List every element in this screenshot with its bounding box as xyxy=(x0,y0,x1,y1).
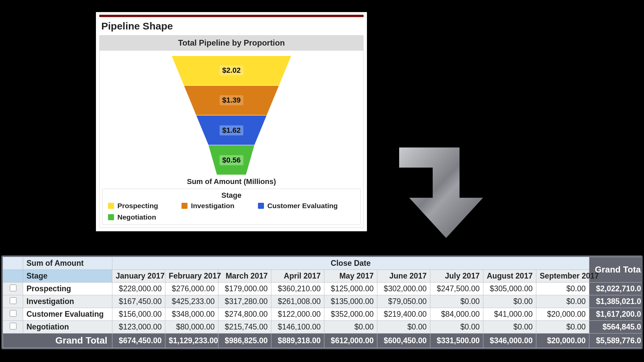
legend-label: Investigation xyxy=(191,202,234,210)
legend-swatch xyxy=(108,214,114,220)
legend-item[interactable]: Prospecting xyxy=(108,202,158,210)
pivot-cell[interactable]: $276,000.00 xyxy=(165,283,218,295)
pivot-column-header[interactable]: August 2017 xyxy=(483,270,536,283)
pivot-cell[interactable]: $215,745.00 xyxy=(218,321,271,334)
pivot-cell[interactable]: $0.00 xyxy=(324,321,377,334)
row-grand-total: $2,022,710.00 xyxy=(589,283,643,295)
row-header[interactable]: Investigation xyxy=(23,295,112,308)
pivot-column-header[interactable]: July 2017 xyxy=(430,270,483,283)
pivot-column-header[interactable]: February 2017 xyxy=(165,270,218,283)
pivot-cell[interactable]: $0.00 xyxy=(536,283,589,295)
chart-body: $2.02$1.39$1.62$0.56 Sum of Amount (Mill… xyxy=(100,51,363,228)
legend-item[interactable]: Customer Evaluating xyxy=(258,202,338,210)
row-grand-total: $1,617,200.00 xyxy=(589,308,643,321)
pivot-column-header[interactable]: May 2017 xyxy=(324,270,377,283)
pivot-cell[interactable]: $219,400.00 xyxy=(377,308,430,321)
report-title: Pipeline Shape xyxy=(101,20,362,32)
pivot-cell[interactable]: $261,008.00 xyxy=(271,295,324,308)
pivot-cell[interactable]: $0.00 xyxy=(483,321,536,334)
pivot-corner xyxy=(3,270,23,283)
pivot-cell[interactable]: $20,000.00 xyxy=(536,308,589,321)
legend-item[interactable]: Negotiation xyxy=(108,213,156,221)
pivot-cell[interactable]: $360,210.00 xyxy=(271,283,324,295)
grand-total-cell: $600,450.00 xyxy=(377,334,430,348)
table-row: Negotiation$123,000.00$80,000.00$215,745… xyxy=(3,321,643,334)
pivot-cell[interactable]: $41,000.00 xyxy=(483,308,536,321)
row-grand-total: $564,845.00 xyxy=(589,321,643,334)
legend-swatch xyxy=(258,203,264,209)
grand-total-cell: $889,318.00 xyxy=(271,334,324,348)
funnel-segment-label: $0.56 xyxy=(219,155,243,165)
grand-total-cell: $1,129,233.00 xyxy=(165,334,218,348)
row-checkbox[interactable] xyxy=(10,323,16,329)
pivot-column-header[interactable]: June 2017 xyxy=(377,270,430,283)
funnel-segment-label: $1.39 xyxy=(219,95,243,105)
funnel-segment-label: $1.62 xyxy=(219,125,243,135)
funnel-segment-label: $2.02 xyxy=(219,65,243,75)
pivot-cell[interactable]: $84,000.00 xyxy=(430,308,483,321)
pivot-cell[interactable]: $228,000.00 xyxy=(112,283,165,295)
pivot-table[interactable]: Sum of AmountClose DateGrand Total Stage… xyxy=(3,257,643,348)
row-header[interactable]: Negotiation xyxy=(23,321,112,334)
pivot-column-header[interactable]: September 2017 xyxy=(536,270,589,283)
grand-total-row: Grand Total$674,450.00$1,129,233.00$986,… xyxy=(3,334,643,348)
row-header[interactable]: Customer Evaluating xyxy=(23,308,112,321)
grand-total-cell: $331,500.00 xyxy=(430,334,483,348)
pivot-cell[interactable]: $80,000.00 xyxy=(165,321,218,334)
legend-items: ProspectingInvestigationCustomer Evaluat… xyxy=(108,202,355,221)
grand-total-cell: $674,450.00 xyxy=(112,334,165,348)
pivot-cell[interactable]: $125,000.00 xyxy=(324,283,377,295)
row-checkbox-cell xyxy=(3,321,23,334)
table-row: Investigation$167,450.00$425,233.00$317,… xyxy=(3,295,643,308)
legend-box: Stage ProspectingInvestigationCustomer E… xyxy=(102,189,361,225)
pivot-cell[interactable]: $348,000.00 xyxy=(165,308,218,321)
pivot-cell[interactable]: $305,000.00 xyxy=(483,283,536,295)
pivot-cell[interactable]: $79,050.00 xyxy=(377,295,430,308)
pivot-cell[interactable]: $122,000.00 xyxy=(271,308,324,321)
pivot-cell[interactable]: $425,233.00 xyxy=(165,295,218,308)
row-header[interactable]: Prospecting xyxy=(23,283,112,295)
legend-label: Prospecting xyxy=(117,202,158,210)
pivot-column-header[interactable]: April 2017 xyxy=(271,270,324,283)
pivot-measure-label: Sum of Amount xyxy=(23,257,112,270)
row-checkbox-cell xyxy=(3,283,23,295)
accent-bar xyxy=(99,15,364,17)
legend-swatch xyxy=(108,203,114,209)
chart-frame: Total Pipeline by Proportion $2.02$1.39$… xyxy=(99,35,364,228)
pivot-rows-label: Stage xyxy=(23,270,112,283)
pivot-cell[interactable]: $317,280.00 xyxy=(218,295,271,308)
pivot-cell[interactable]: $274,800.00 xyxy=(218,308,271,321)
pivot-cell[interactable]: $352,000.00 xyxy=(324,308,377,321)
down-right-arrow-icon xyxy=(396,144,490,238)
pivot-cell[interactable]: $0.00 xyxy=(430,321,483,334)
pivot-cell[interactable]: $0.00 xyxy=(536,295,589,308)
grand-total-cell: $346,000.00 xyxy=(483,334,536,348)
row-checkbox[interactable] xyxy=(10,310,16,317)
table-row: Prospecting$228,000.00$276,000.00$179,00… xyxy=(3,283,643,295)
pivot-cell[interactable]: $0.00 xyxy=(430,295,483,308)
pivot-cell[interactable]: $135,000.00 xyxy=(324,295,377,308)
funnel-chart[interactable]: $2.02$1.39$1.62$0.56 Sum of Amount (Mill… xyxy=(102,55,361,186)
row-checkbox[interactable] xyxy=(10,285,16,291)
table-row: Customer Evaluating$156,000.00$348,000.0… xyxy=(3,308,643,321)
pivot-cell[interactable]: $123,000.00 xyxy=(112,321,165,334)
row-checkbox-cell xyxy=(3,308,23,321)
pivot-cell[interactable]: $146,100.00 xyxy=(271,321,324,334)
legend-label: Negotiation xyxy=(117,213,156,221)
pivot-cell[interactable]: $0.00 xyxy=(377,321,430,334)
pivot-columns-label: Close Date xyxy=(112,257,589,270)
pivot-cell[interactable]: $0.00 xyxy=(536,321,589,334)
grand-total-total: $5,589,776.00 xyxy=(589,334,643,348)
pivot-cell[interactable]: $167,450.00 xyxy=(112,295,165,308)
pivot-cell[interactable]: $156,000.00 xyxy=(112,308,165,321)
pivot-cell[interactable]: $302,000.00 xyxy=(377,283,430,295)
row-grand-total: $1,385,021.00 xyxy=(589,295,643,308)
pivot-cell[interactable]: $0.00 xyxy=(483,295,536,308)
pivot-cell[interactable]: $179,000.00 xyxy=(218,283,271,295)
row-checkbox[interactable] xyxy=(10,297,16,304)
pivot-cell[interactable]: $247,500.00 xyxy=(430,283,483,295)
legend-item[interactable]: Investigation xyxy=(181,202,234,210)
pivot-column-header[interactable]: January 2017 xyxy=(112,270,165,283)
pivot-column-header[interactable]: March 2017 xyxy=(218,270,271,283)
pipeline-shape-report-card: Pipeline Shape Total Pipeline by Proport… xyxy=(96,12,367,231)
